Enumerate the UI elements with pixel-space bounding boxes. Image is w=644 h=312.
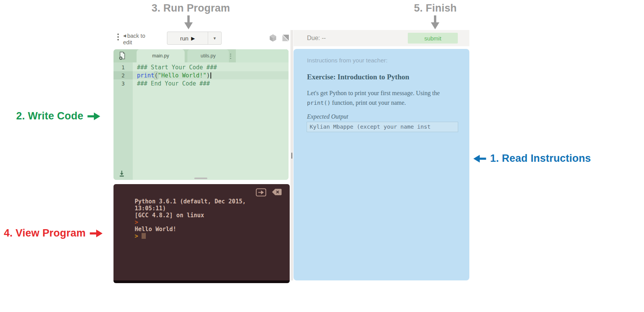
annotation-run-program-label: 3. Run Program <box>152 2 230 14</box>
cube-icon[interactable] <box>269 34 277 42</box>
text-cursor <box>210 72 211 79</box>
annotation-run-program: 3. Run Program <box>152 2 230 14</box>
keyword-print: print <box>137 72 154 79</box>
editor-menu-icon[interactable] <box>117 32 120 42</box>
tab-options-icon[interactable] <box>230 52 231 60</box>
annotation-write-code: 2. Write Code <box>16 110 100 122</box>
run-options-dropdown[interactable]: ▼ <box>208 32 221 44</box>
inline-code: print() <box>307 100 330 106</box>
code-text: ### Start Your Code ### <box>133 64 217 71</box>
exercise-title: Exercise: Introduction to Python <box>307 73 409 81</box>
caret-down-icon: ▼ <box>213 36 217 40</box>
assignment-header-bar: Due: -- submit <box>294 30 469 46</box>
code-editor-panel[interactable]: main.py utils.py 1 ### Start Your Code #… <box>113 49 289 180</box>
expected-output-label: Expected Output <box>307 113 348 120</box>
annotation-view-program: 4. View Program <box>4 227 103 239</box>
run-button-group: run ▶ ▼ <box>167 32 222 45</box>
new-file-icon[interactable] <box>118 52 126 60</box>
back-triangle-icon: ◀ <box>123 34 126 38</box>
console-input-icon[interactable] <box>256 188 266 196</box>
diagonal-split-square-icon[interactable] <box>282 34 290 42</box>
left-arrow-icon <box>473 154 486 163</box>
annotation-write-code-label: 2. Write Code <box>16 110 83 122</box>
panel-splitter[interactable] <box>290 30 293 280</box>
instructions-header: Instructions from your teacher: <box>307 57 387 64</box>
annotation-view-program-label: 4. View Program <box>4 227 86 239</box>
code-line-3: 3 ### End Your Code ### <box>113 79 289 87</box>
download-icon[interactable] <box>118 170 125 177</box>
screenshot-stage: 3. Run Program 5. Finish 2. Write Code 4… <box>0 0 644 312</box>
annotation-finish: 5. Finish <box>414 2 457 14</box>
play-icon: ▶ <box>191 35 195 41</box>
instructions-panel: Instructions from your teacher: Exercise… <box>294 49 469 280</box>
submit-button[interactable]: submit <box>408 33 458 44</box>
splitter-grip <box>291 153 292 159</box>
tab-utils-py[interactable]: utils.py <box>187 49 229 62</box>
code-text: ### End Your Code ### <box>133 80 210 87</box>
line-number: 1 <box>113 64 133 70</box>
right-arrow-icon <box>90 229 103 238</box>
line-number: 2 <box>113 72 133 79</box>
tab-main-py[interactable]: main.py <box>137 49 185 62</box>
exercise-body: Let's get Python to print your first mes… <box>307 88 459 108</box>
console-panel[interactable]: Python 3.6.1 (default, Dec 2015,13:05:11… <box>113 184 290 283</box>
down-arrow-icon <box>184 15 193 29</box>
console-output: Python 3.6.1 (default, Dec 2015,13:05:11… <box>135 198 285 247</box>
line-number: 3 <box>113 81 133 87</box>
string-literal: "Hello World!" <box>158 72 206 79</box>
console-prompt: > <box>135 219 138 226</box>
code-line-1: 1 ### Start Your Code ### <box>113 63 289 71</box>
annotation-read-instructions: 1. Read Instructions <box>473 153 591 164</box>
run-button[interactable]: run ▶ <box>167 32 208 44</box>
annotation-read-instructions-label: 1. Read Instructions <box>490 153 591 164</box>
right-arrow-icon <box>87 112 100 121</box>
console-cursor <box>142 233 146 239</box>
back-to-edit-button[interactable]: ◀back to edit <box>123 32 145 46</box>
console-clear-icon[interactable] <box>272 188 282 196</box>
editor-resize-handle[interactable] <box>194 178 207 179</box>
open-paren: ( <box>154 72 158 79</box>
close-paren: ) <box>207 72 210 79</box>
expected-output-box: Kylian Mbappe (except your name inst <box>307 122 458 132</box>
console-prompt: > <box>135 233 138 240</box>
editor-tab-bar: main.py utils.py <box>113 49 289 62</box>
code-line-2: 2 print("Hello World!") <box>113 71 289 79</box>
due-date-label: Due: -- <box>307 35 326 42</box>
down-arrow-icon <box>430 15 440 29</box>
annotation-finish-label: 5. Finish <box>414 2 457 14</box>
